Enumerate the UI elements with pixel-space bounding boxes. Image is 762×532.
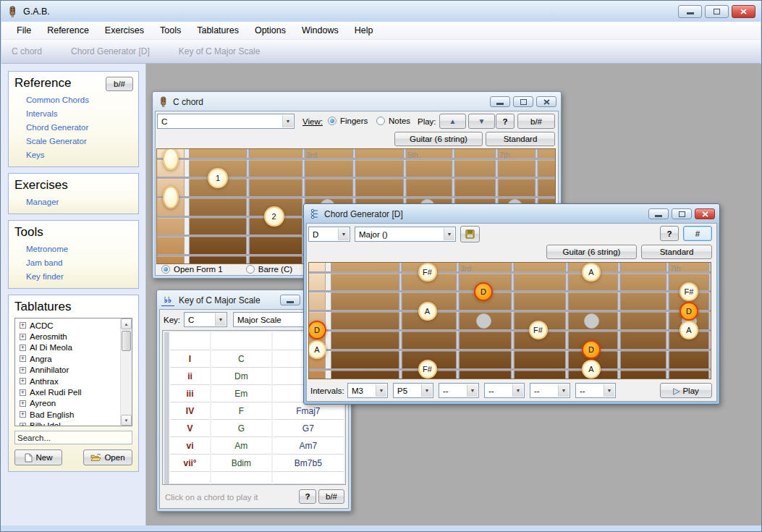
dropdown-arrow-icon[interactable]: ▼ <box>512 384 523 397</box>
restore-button[interactable] <box>672 208 692 219</box>
note-marker[interactable]: F# <box>529 321 548 339</box>
main-titlebar[interactable]: G.A.B. <box>1 1 761 22</box>
expand-plus-icon[interactable]: + <box>20 322 26 329</box>
expand-plus-icon[interactable]: + <box>20 345 26 351</box>
tree-item[interactable]: +Angra <box>17 353 119 364</box>
triad-chord-cell[interactable]: C <box>211 350 271 368</box>
view-fingers-radio[interactable]: Fingers <box>328 117 368 125</box>
close-button[interactable] <box>695 208 715 219</box>
note-marker[interactable]: A <box>582 360 601 379</box>
sharp-button[interactable]: # <box>683 226 712 241</box>
triad-chord-cell[interactable]: Dm <box>211 368 271 385</box>
chord-type-select[interactable]: Major () ▼ <box>355 227 456 242</box>
tree-scrollbar[interactable]: ▲ ▼ <box>120 318 132 426</box>
menu-item-exercises[interactable]: Exercises <box>97 22 152 39</box>
interval-select[interactable]: P5▼ <box>393 383 433 398</box>
interval-select[interactable]: --▼ <box>575 383 616 398</box>
key-select[interactable]: C ▼ <box>184 312 227 327</box>
sidebar-link-jam-band[interactable]: Jam band <box>26 258 132 267</box>
expand-plus-icon[interactable]: + <box>20 355 26 362</box>
generator-window-titlebar[interactable]: Chord Generator [D] <box>305 205 718 223</box>
triad-chord-cell[interactable]: G <box>211 420 271 437</box>
open-string-marker[interactable] <box>163 148 179 170</box>
dropdown-arrow-icon[interactable]: ▼ <box>282 115 293 127</box>
scroll-up-icon[interactable]: ▲ <box>121 318 132 329</box>
note-marker[interactable]: A <box>680 321 698 339</box>
help-button[interactable]: ? <box>660 226 679 241</box>
open-tablature-button[interactable]: Open <box>83 449 132 465</box>
seventh-chord-cell[interactable]: Fmaj7 <box>273 402 344 420</box>
menu-item-options[interactable]: Options <box>247 22 294 39</box>
play-down-button[interactable]: ▼ <box>468 114 495 129</box>
dropdown-arrow-icon[interactable]: ▼ <box>558 384 569 397</box>
dropdown-arrow-icon[interactable]: ▼ <box>444 228 454 240</box>
help-button[interactable]: ? <box>299 489 316 504</box>
note-marker[interactable]: A <box>582 263 601 282</box>
root-note-marker[interactable]: D <box>474 282 493 301</box>
root-note-marker[interactable]: D <box>582 340 601 359</box>
mdi-tab[interactable]: Chord Generator [D] <box>71 46 150 56</box>
dropdown-arrow-icon[interactable]: ▼ <box>376 384 386 397</box>
chord-select[interactable]: C ▼ <box>157 114 295 129</box>
play-chord-button[interactable]: ▷ Play <box>660 383 712 398</box>
dropdown-arrow-icon[interactable]: ▼ <box>467 384 478 397</box>
note-marker[interactable]: F# <box>680 282 698 301</box>
save-chord-button[interactable] <box>460 226 480 242</box>
expand-plus-icon[interactable]: + <box>20 367 26 373</box>
interval-select[interactable]: --▼ <box>484 383 525 398</box>
help-button[interactable]: ? <box>496 114 515 129</box>
tablature-search-input[interactable] <box>14 431 132 444</box>
minimize-button[interactable] <box>678 5 702 18</box>
sidebar-link-scale-generator[interactable]: Scale Generator <box>26 137 132 145</box>
restore-button[interactable] <box>513 96 533 107</box>
sidebar-link-key-finder[interactable]: Key finder <box>26 272 132 281</box>
open-string-marker[interactable] <box>163 186 179 208</box>
tree-item[interactable]: +Billy Idol <box>17 421 119 426</box>
tree-item[interactable]: +Al Di Meola <box>17 342 119 353</box>
sidebar-link-common-chords[interactable]: Common Chords <box>26 96 132 104</box>
note-marker[interactable]: A <box>418 302 437 321</box>
restore-button[interactable] <box>705 5 729 18</box>
tree-item[interactable]: +Aerosmith <box>17 331 119 342</box>
minimize-button[interactable] <box>490 96 510 107</box>
sidebar-link-intervals[interactable]: Intervals <box>26 109 132 118</box>
sidebar-link-metronome[interactable]: Metronome <box>26 245 132 253</box>
triad-chord-cell[interactable]: F <box>211 402 271 420</box>
instrument-button[interactable]: Guitar (6 string) <box>394 132 483 146</box>
seventh-chord-cell[interactable]: Am7 <box>273 437 344 455</box>
seventh-chord-cell[interactable]: Bm7b5 <box>273 455 344 472</box>
scrollbar-thumb[interactable] <box>122 331 131 351</box>
menu-item-tablatures[interactable]: Tablatures <box>189 22 247 39</box>
menu-item-file[interactable]: File <box>9 22 39 39</box>
dropdown-arrow-icon[interactable]: ▼ <box>215 313 226 326</box>
play-up-button[interactable]: ▲ <box>439 114 466 129</box>
menu-item-windows[interactable]: Windows <box>294 22 347 39</box>
sidebar-link-chord-generator[interactable]: Chord Generator <box>26 123 132 132</box>
menu-item-reference[interactable]: Reference <box>39 22 97 39</box>
tuning-button[interactable]: Standard <box>486 132 555 146</box>
menu-item-tools[interactable]: Tools <box>152 22 189 39</box>
close-button[interactable] <box>732 5 755 18</box>
instrument-button[interactable]: Guitar (6 string) <box>546 245 637 259</box>
interval-select[interactable]: --▼ <box>530 383 570 398</box>
triad-chord-cell[interactable]: Bdim <box>211 455 271 472</box>
triad-chord-cell[interactable]: Am <box>211 437 271 455</box>
finger-position-marker[interactable]: 1 <box>208 168 228 188</box>
view-notes-radio[interactable]: Notes <box>376 117 410 125</box>
chord-form-radio[interactable]: Open Form 1 <box>161 265 223 274</box>
tuning-button[interactable]: Standard <box>641 245 712 259</box>
seventh-chord-cell[interactable]: G7 <box>273 420 344 437</box>
menu-item-help[interactable]: Help <box>347 22 381 39</box>
dropdown-arrow-icon[interactable]: ▼ <box>338 228 349 240</box>
close-button[interactable] <box>536 96 556 107</box>
tree-item[interactable]: +Axel Rudi Pell <box>17 387 119 397</box>
sidebar-link-keys[interactable]: Keys <box>26 151 132 159</box>
expand-plus-icon[interactable]: + <box>20 423 26 426</box>
mdi-tab[interactable]: Key of C Major Scale <box>179 46 261 56</box>
tablatures-tree[interactable]: +ACDC+Aerosmith+Al Di Meola+Angra+Annihi… <box>14 318 132 426</box>
chord-form-radio[interactable]: Barre (C) <box>246 265 292 274</box>
tree-item[interactable]: +Anthrax <box>17 376 119 387</box>
expand-plus-icon[interactable]: + <box>20 334 26 340</box>
note-marker[interactable]: F# <box>418 360 437 379</box>
expand-plus-icon[interactable]: + <box>20 400 26 407</box>
